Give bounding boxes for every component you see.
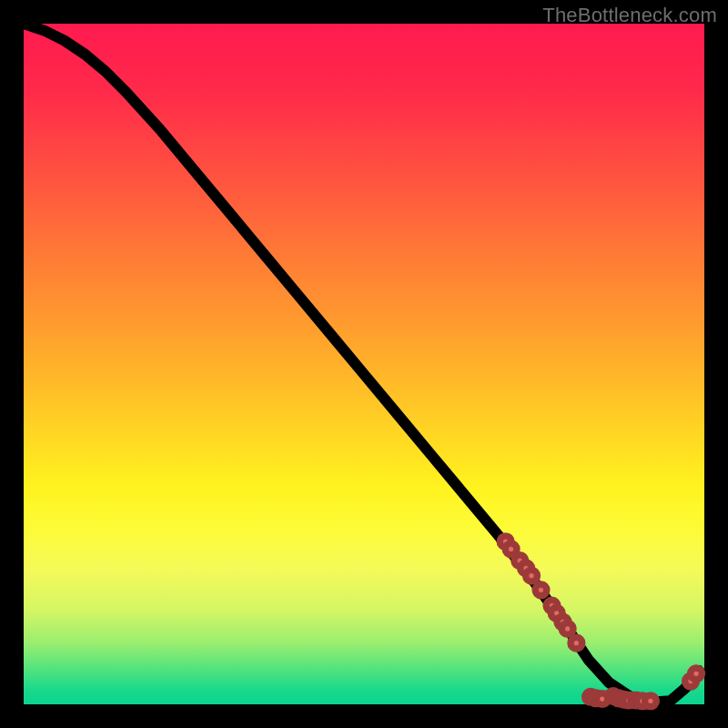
plot-area	[24, 24, 704, 704]
data-point-marker	[645, 695, 657, 707]
data-point-marker	[561, 623, 573, 635]
data-point-marker	[571, 637, 582, 649]
data-point-marker	[526, 570, 538, 581]
chart-svg	[24, 24, 704, 704]
data-point-marker	[535, 584, 547, 596]
data-point-marker	[691, 668, 703, 680]
chart-frame: TheBottleneck.com	[0, 0, 728, 728]
bottleneck-curve-line	[24, 24, 704, 703]
